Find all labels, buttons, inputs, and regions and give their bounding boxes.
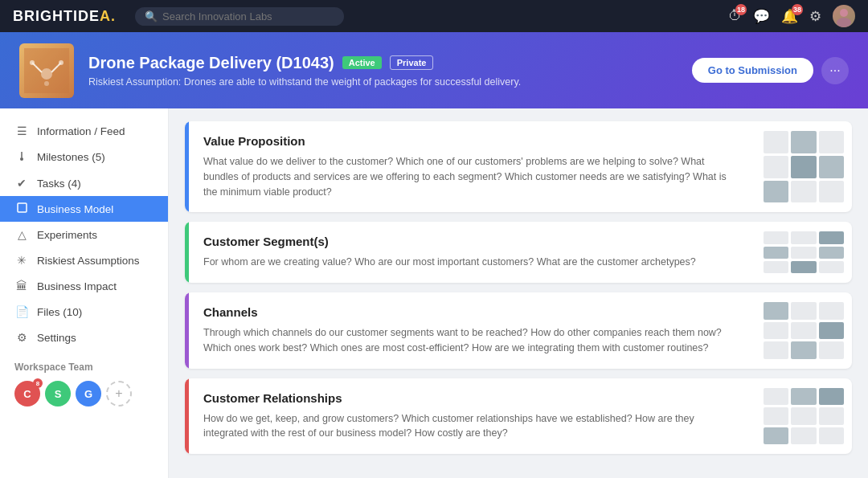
search-input[interactable] bbox=[162, 10, 334, 22]
mini-block bbox=[764, 156, 788, 178]
sidebar-item-label: Business Model bbox=[37, 203, 113, 215]
project-subtitle: Riskiest Assumption: Drones are able to … bbox=[88, 76, 678, 88]
canvas-card-channels: Channels Through which channels do our c… bbox=[185, 292, 852, 369]
card-visual-value-proposition bbox=[755, 121, 852, 212]
sidebar-item-tasks[interactable]: ✔ Tasks (4) bbox=[0, 170, 168, 196]
chat-icon-wrap[interactable]: 💬 bbox=[753, 8, 770, 25]
settings-icon-wrap[interactable]: ⚙ bbox=[809, 8, 821, 25]
sidebar-item-milestones[interactable]: Milestones (5) bbox=[0, 144, 168, 170]
svg-point-11 bbox=[20, 157, 23, 161]
mini-block bbox=[791, 407, 816, 425]
header-banner: Drone Package Delivery (D1043) Active Pr… bbox=[0, 32, 868, 108]
more-options-button[interactable]: ··· bbox=[821, 57, 849, 84]
mini-block bbox=[791, 156, 816, 178]
mini-block bbox=[819, 302, 844, 320]
nav-icons: ⏱ 18 💬 🔔 38 ⚙ bbox=[728, 5, 855, 27]
bell-icon-wrap[interactable]: 🔔 38 bbox=[781, 8, 798, 25]
mini-block bbox=[764, 322, 788, 340]
sidebar-item-label: Settings bbox=[37, 332, 76, 344]
svg-point-1 bbox=[837, 18, 851, 27]
search-bar[interactable]: 🔍 bbox=[135, 7, 344, 26]
content-area: Value Proposition What value do we deliv… bbox=[169, 108, 868, 478]
workspace-member-s[interactable]: S bbox=[45, 381, 71, 407]
business-impact-icon: 🏛 bbox=[14, 280, 29, 292]
sidebar-item-business-model[interactable]: Business Model bbox=[0, 196, 168, 222]
sidebar-item-label: Milestones (5) bbox=[37, 151, 105, 163]
mini-block bbox=[764, 261, 788, 273]
sidebar: ☰ Information / Feed Milestones (5) ✔ Ta… bbox=[0, 108, 169, 478]
workspace-label: Workspace Team bbox=[14, 362, 154, 373]
svg-point-0 bbox=[840, 9, 848, 17]
chat-icon: 💬 bbox=[753, 9, 770, 24]
card-body-value-proposition: Value Proposition What value do we deliv… bbox=[189, 121, 755, 212]
timer-icon-wrap[interactable]: ⏱ 18 bbox=[728, 8, 742, 24]
sidebar-item-label: Files (10) bbox=[37, 306, 82, 318]
sidebar-item-business-impact[interactable]: 🏛 Business Impact bbox=[0, 273, 168, 299]
mini-block bbox=[764, 131, 788, 153]
riskiest-assumptions-icon: ✳ bbox=[14, 254, 29, 267]
card-body-channels: Channels Through which channels do our c… bbox=[189, 292, 755, 369]
files-icon: 📄 bbox=[14, 305, 29, 318]
card-title-customer-relationships: Customer Relationships bbox=[203, 391, 741, 405]
sidebar-item-experiments[interactable]: △ Experiments bbox=[0, 222, 168, 247]
member-badge-c: 8 bbox=[33, 378, 43, 388]
user-avatar-wrap[interactable] bbox=[833, 5, 855, 27]
mini-block bbox=[819, 131, 844, 153]
banner-actions: Go to Submission ··· bbox=[692, 57, 849, 84]
top-navigation: BRIGHTIDEA. 🔍 ⏱ 18 💬 🔔 38 ⚙ bbox=[0, 0, 868, 32]
mini-block bbox=[764, 247, 788, 259]
workspace-member-c[interactable]: C 8 bbox=[14, 381, 40, 407]
app-logo: BRIGHTIDEA. bbox=[13, 8, 116, 25]
mini-block bbox=[764, 302, 788, 320]
card-desc-customer-relationships: How do we get, keep, and grow customers?… bbox=[203, 411, 741, 442]
mini-block bbox=[819, 322, 844, 340]
sidebar-item-information-feed[interactable]: ☰ Information / Feed bbox=[0, 118, 168, 144]
mini-block bbox=[791, 302, 816, 320]
card-title-customer-segments: Customer Segment(s) bbox=[203, 235, 741, 248]
bell-badge: 38 bbox=[792, 4, 803, 15]
banner-info: Drone Package Delivery (D1043) Active Pr… bbox=[88, 54, 678, 88]
go-to-submission-button[interactable]: Go to Submission bbox=[692, 58, 813, 83]
canvas-card-customer-relationships: Customer Relationships How do we get, ke… bbox=[185, 378, 852, 455]
active-badge: Active bbox=[342, 56, 382, 69]
svg-point-9 bbox=[59, 60, 63, 65]
search-icon: 🔍 bbox=[145, 10, 158, 22]
banner-thumbnail bbox=[19, 43, 74, 98]
sidebar-item-label: Riskiest Assumptions bbox=[37, 255, 140, 267]
mini-block bbox=[764, 231, 788, 243]
user-avatar bbox=[833, 5, 855, 27]
card-desc-channels: Through which channels do our customer s… bbox=[203, 325, 741, 356]
workspace-member-g[interactable]: G bbox=[76, 381, 101, 407]
mini-block bbox=[764, 407, 788, 425]
sidebar-item-settings[interactable]: ⚙ Settings bbox=[0, 325, 168, 350]
canvas-card-customer-segments: Customer Segment(s) For whom are we crea… bbox=[185, 222, 852, 283]
logo-dot: . bbox=[111, 8, 116, 24]
sidebar-item-label: Business Impact bbox=[37, 280, 117, 292]
card-visual-channels bbox=[755, 292, 852, 369]
mini-block bbox=[819, 341, 844, 359]
business-model-icon bbox=[14, 202, 29, 215]
add-member-button[interactable]: + bbox=[106, 381, 132, 407]
card-title-value-proposition: Value Proposition bbox=[203, 134, 741, 148]
tasks-icon: ✔ bbox=[14, 177, 29, 190]
svg-rect-13 bbox=[18, 203, 27, 212]
sidebar-item-files[interactable]: 📄 Files (10) bbox=[0, 299, 168, 325]
mini-block bbox=[764, 181, 788, 203]
settings-icon: ⚙ bbox=[14, 331, 29, 344]
private-badge: Private bbox=[390, 55, 434, 70]
timer-badge: 18 bbox=[735, 4, 747, 15]
mini-block bbox=[819, 407, 844, 425]
mini-block bbox=[791, 388, 816, 406]
canvas-card-value-proposition: Value Proposition What value do we deliv… bbox=[185, 121, 852, 212]
mini-block bbox=[791, 231, 816, 243]
card-desc-value-proposition: What value do we deliver to the customer… bbox=[203, 154, 741, 199]
settings-icon: ⚙ bbox=[809, 9, 821, 24]
logo-accent: A bbox=[100, 8, 111, 24]
mini-block bbox=[764, 341, 788, 359]
sidebar-item-riskiest-assumptions[interactable]: ✳ Riskiest Assumptions bbox=[0, 247, 168, 273]
project-title: Drone Package Delivery (D1043) bbox=[88, 54, 334, 72]
mini-block bbox=[764, 427, 788, 445]
mini-block bbox=[819, 247, 844, 259]
card-body-customer-relationships: Customer Relationships How do we get, ke… bbox=[189, 378, 755, 455]
card-desc-customer-segments: For whom are we creating value? Who are … bbox=[203, 255, 741, 270]
